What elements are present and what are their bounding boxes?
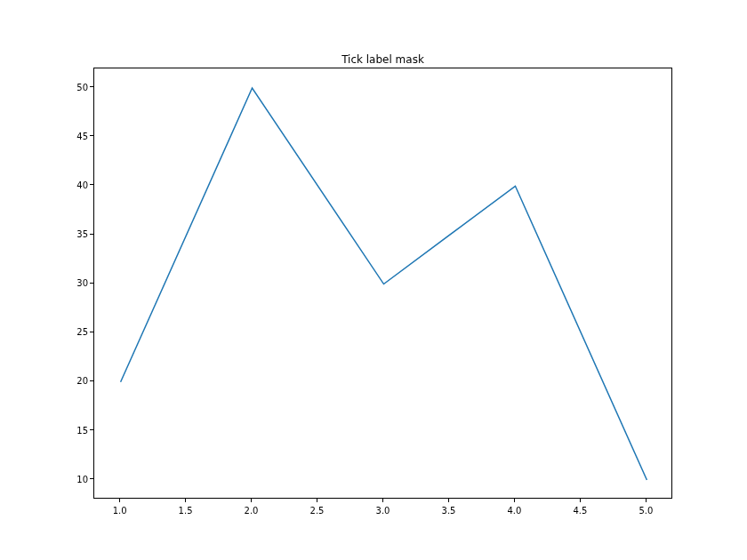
x-tick-label: 2.0 xyxy=(245,506,259,516)
x-tick-mark xyxy=(448,499,449,502)
y-tick-mark xyxy=(90,429,93,430)
y-tick-label: 30 xyxy=(76,278,88,288)
x-tick-mark xyxy=(646,499,647,502)
y-tick-label: 20 xyxy=(76,376,88,386)
x-tick-mark xyxy=(580,499,581,502)
x-tick-mark xyxy=(119,499,120,502)
x-tick-label: 4.5 xyxy=(573,506,587,516)
y-tick-label: 45 xyxy=(76,131,88,140)
chart-title: Tick label mask xyxy=(93,53,672,66)
y-tick-mark xyxy=(90,332,93,332)
x-tick-mark xyxy=(382,499,383,502)
x-tick-mark xyxy=(251,499,252,502)
y-tick-label: 40 xyxy=(76,180,88,189)
x-tick-label: 3.5 xyxy=(442,506,456,516)
y-tick-mark xyxy=(90,184,93,185)
y-tick-mark xyxy=(90,283,93,284)
x-tick-label: 4.0 xyxy=(508,506,522,516)
y-tick-mark xyxy=(90,135,93,136)
y-tick-label: 35 xyxy=(76,229,88,239)
x-tick-label: 1.5 xyxy=(179,506,193,516)
y-tick-mark xyxy=(90,86,93,87)
y-tick-label: 15 xyxy=(76,425,88,435)
y-tick-mark xyxy=(90,478,93,479)
y-tick-label: 50 xyxy=(76,82,88,92)
x-tick-label: 5.0 xyxy=(639,506,653,516)
y-tick-label: 10 xyxy=(76,474,88,484)
line-series xyxy=(121,88,647,480)
figure: Tick label mask 1.01.52.02.53.03.54.04.5… xyxy=(0,0,747,560)
x-tick-label: 2.5 xyxy=(310,506,325,516)
x-tick-label: 3.0 xyxy=(376,506,390,516)
y-tick-mark xyxy=(90,234,93,235)
x-tick-mark xyxy=(514,499,515,502)
x-tick-mark xyxy=(317,499,317,502)
plot-area xyxy=(94,68,673,500)
plot-axes xyxy=(93,68,672,499)
x-tick-label: 1.0 xyxy=(113,506,127,516)
y-tick-label: 25 xyxy=(76,327,88,337)
y-tick-mark xyxy=(90,380,93,381)
x-tick-mark xyxy=(185,499,186,502)
